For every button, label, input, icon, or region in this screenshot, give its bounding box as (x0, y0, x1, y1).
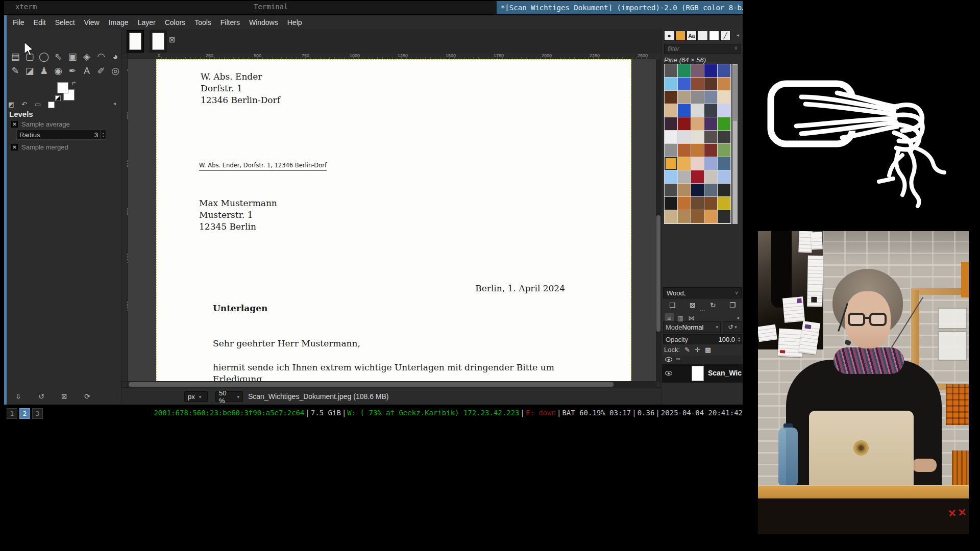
menu-select[interactable]: Select (51, 18, 80, 27)
pattern-swatch[interactable] (718, 64, 730, 77)
xterm-window-title[interactable]: xterm (15, 3, 37, 11)
dock-drag-handle[interactable]: ⋯ (662, 308, 743, 313)
radius-input[interactable]: Radius 3 ▴ ▾ (16, 130, 106, 140)
lock-position-icon[interactable]: ✛ (695, 346, 700, 354)
horizontal-scrollbar[interactable] (128, 381, 656, 388)
menu-filters[interactable]: Filters (216, 18, 244, 27)
vertical-scrollbar-thumb[interactable] (656, 215, 660, 332)
warp-tool-icon[interactable]: ◠ (94, 49, 108, 64)
clone-tool-icon[interactable]: ♟ (37, 64, 51, 78)
pattern-swatch[interactable] (665, 64, 677, 77)
pattern-swatch[interactable] (678, 144, 691, 157)
pattern-swatch[interactable] (704, 64, 717, 77)
close-tab-icon[interactable]: ⊠ (169, 35, 176, 44)
collapse-icon[interactable]: ◂ (737, 315, 739, 320)
tab-palettes[interactable] (698, 31, 708, 41)
pattern-swatch[interactable] (704, 104, 717, 117)
pattern-grid-scrollbar[interactable] (732, 64, 738, 224)
pattern-swatch[interactable] (704, 131, 717, 143)
menu-layer[interactable]: Layer (133, 18, 160, 27)
workspace-2[interactable]: 2 (19, 408, 30, 419)
menu-image[interactable]: Image (104, 18, 133, 27)
pattern-swatch[interactable] (691, 117, 704, 130)
pattern-swatch[interactable] (718, 144, 730, 157)
pattern-swatch[interactable] (678, 64, 691, 77)
pattern-swatch[interactable] (718, 78, 730, 90)
pattern-swatch[interactable] (665, 197, 677, 210)
pattern-swatch[interactable] (665, 91, 677, 104)
pattern-swatch[interactable] (691, 157, 704, 170)
pattern-swatch[interactable] (718, 170, 730, 183)
opacity-slider[interactable]: Opacity 100.0 ▴ ▾ (663, 334, 742, 344)
pattern-swatch[interactable] (718, 104, 730, 117)
tab-brushes[interactable]: ● (664, 31, 674, 41)
smudge-tool-icon[interactable]: ◉ (51, 64, 65, 78)
lock-pixels-icon[interactable]: ✎ (684, 346, 690, 354)
image-tab-2[interactable] (150, 30, 167, 53)
tab-gradients[interactable]: ╱ (720, 31, 730, 41)
pattern-swatch[interactable] (691, 144, 704, 157)
sample-merged-row[interactable]: ✕ Sample merged (11, 143, 68, 151)
pattern-swatch[interactable] (678, 210, 691, 223)
tab-fonts[interactable]: Aa (687, 31, 697, 41)
pattern-swatch[interactable] (665, 78, 677, 90)
pattern-swatch[interactable] (665, 131, 677, 143)
pattern-swatch[interactable] (718, 210, 730, 223)
quickmask-button[interactable] (121, 381, 128, 388)
pattern-swatch[interactable] (665, 210, 677, 223)
layer-name[interactable]: Scan_Wic (708, 369, 742, 377)
ink-tool-icon[interactable]: ✒ (65, 64, 80, 78)
pattern-swatch[interactable] (704, 78, 717, 90)
color-picker-tool-icon[interactable]: ✐ (94, 64, 108, 78)
pattern-swatch[interactable] (704, 197, 717, 210)
collapse-icon[interactable]: ◂ (113, 101, 116, 106)
delete-preset-icon[interactable]: ⊠ (61, 392, 67, 400)
pattern-swatch[interactable] (678, 170, 691, 183)
pattern-swatch[interactable] (665, 184, 677, 196)
spin-down-icon[interactable]: ▾ (738, 339, 740, 342)
pattern-swatch[interactable] (718, 157, 730, 170)
free-select-tool-icon[interactable]: ◯ (37, 49, 51, 64)
pattern-swatch[interactable] (665, 157, 677, 170)
zoom-select[interactable]: 50 % ▾ (215, 391, 243, 402)
layer-mode-select[interactable]: Mode Normal ▾ (663, 321, 721, 333)
pattern-swatch[interactable] (678, 131, 691, 143)
pattern-swatch[interactable] (691, 91, 704, 104)
pattern-swatch[interactable] (678, 157, 691, 170)
undo-icon[interactable]: ↶ (21, 101, 27, 108)
checkbox-icon[interactable]: ✕ (11, 144, 18, 151)
white-swatch-icon[interactable] (48, 102, 55, 108)
menu-colors[interactable]: Colors (160, 18, 190, 27)
menu-view[interactable]: View (80, 18, 104, 27)
workspace-1[interactable]: 1 (7, 408, 17, 419)
document-page[interactable]: W. Abs. EnderDorfstr. 112346 Berlin-Dorf… (156, 59, 631, 381)
horizontal-ruler[interactable]: 02505007501000125015001750200022502500 (128, 53, 656, 59)
align-tool-icon[interactable]: ▤ (8, 49, 22, 64)
pattern-swatch[interactable] (691, 197, 704, 210)
menu-tools[interactable]: Tools (190, 18, 216, 27)
opacity-spinner[interactable]: ▴ ▾ (736, 335, 742, 344)
pattern-swatch[interactable] (691, 104, 704, 117)
save-preset-icon[interactable]: ⇩ (15, 392, 21, 400)
screen-icon[interactable]: ▭ (35, 101, 41, 108)
reset-icon[interactable]: ⟳ (84, 392, 90, 400)
menu-windows[interactable]: Windows (244, 18, 283, 27)
pattern-swatch[interactable] (691, 131, 704, 143)
fuzzy-select-tool-icon[interactable]: ⇖ (51, 49, 65, 64)
pattern-swatch[interactable] (718, 184, 730, 196)
lock-alpha-icon[interactable]: ▩ (705, 346, 711, 354)
histogram-icon[interactable]: ◩ (8, 101, 14, 108)
pattern-swatch[interactable] (678, 91, 691, 104)
pattern-swatch[interactable] (678, 104, 691, 117)
pattern-swatch[interactable] (691, 210, 704, 223)
gimp-window-title[interactable]: *[Scan_Wichtiges_Dokument] (imported)-2.… (497, 1, 743, 14)
checkbox-icon[interactable]: ✕ (11, 121, 18, 128)
pattern-swatch[interactable] (718, 131, 730, 143)
transform-tool-icon[interactable]: ◈ (80, 49, 94, 64)
collapse-icon[interactable]: ◂ (737, 32, 739, 38)
swap-colors-icon[interactable]: ⇄ (71, 80, 76, 86)
text-tool-icon[interactable]: A (80, 64, 94, 78)
pattern-swatch[interactable] (691, 170, 704, 183)
crop-tool-icon[interactable]: ▣ (65, 49, 80, 64)
eraser-tool-icon[interactable]: ◪ (22, 64, 37, 78)
